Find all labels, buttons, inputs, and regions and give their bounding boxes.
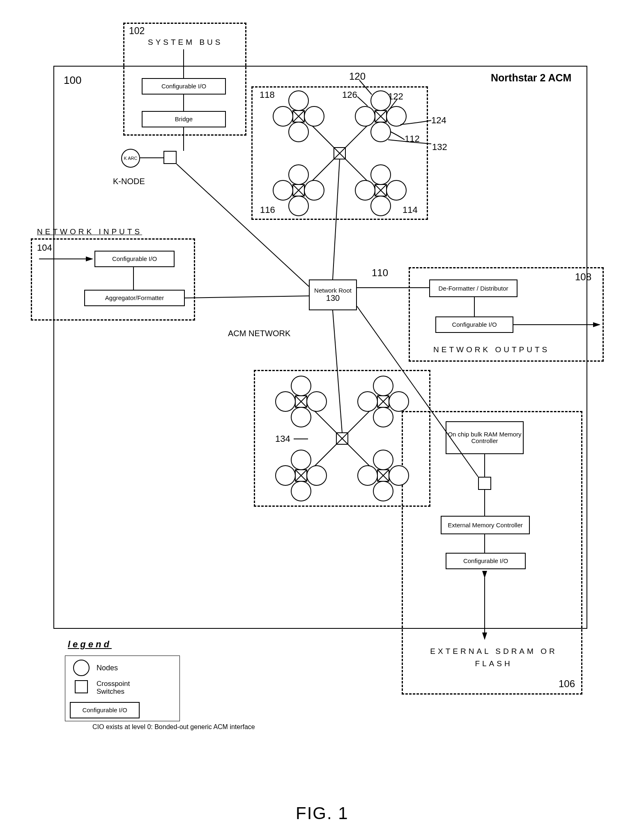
k-node-switch [163, 151, 177, 164]
ref-102: 102 [129, 25, 145, 37]
legend-cio-text: Configurable I/O [82, 707, 127, 713]
legend-title: legend [68, 639, 112, 650]
label-acm-network: ACM NETWORK [228, 329, 290, 338]
text-onchip-ram: On chip bulk RAM Memory Controller [446, 431, 523, 444]
label-system-bus: SYSTEM BUS [148, 38, 223, 47]
ref-108: 108 [575, 271, 591, 283]
title-northstar: Northstar 2 ACM [491, 72, 571, 84]
ref-110: 110 [372, 267, 388, 279]
box-ext-mem: External Memory Controller [441, 516, 530, 534]
legend-cio-box: Configurable I/O [70, 702, 140, 718]
ref-122: 122 [388, 91, 403, 102]
ref-112: 112 [405, 134, 420, 144]
ref-106: 106 [559, 678, 575, 690]
box-configurable-io-3: Configurable I/O [435, 316, 513, 333]
k-arc-node: K ARC [121, 149, 140, 168]
cluster-top [251, 86, 428, 220]
label-ext-sdram: EXTERNAL SDRAM OR FLASH [412, 645, 576, 670]
legend-crosspoint: Crosspoint Switches [97, 680, 150, 695]
box-configurable-io-2: Configurable I/O [94, 251, 175, 267]
text-cio-1: Configurable I/O [161, 83, 206, 90]
label-k-node: K-NODE [113, 177, 145, 186]
legend-circle [73, 660, 90, 676]
box-onchip-ram: On chip bulk RAM Memory Controller [446, 421, 524, 454]
text-aggregator: Aggregator/Formatter [105, 295, 164, 301]
ref-130-inline: 130 [326, 294, 340, 302]
ref-104: 104 [37, 242, 52, 253]
box-network-root: Network Root 130 [309, 279, 357, 310]
label-network-inputs: NETWORK INPUTS [37, 227, 142, 236]
text-network-root: Network Root [314, 287, 352, 294]
diagram-canvas: Northstar 2 ACM 100 102 SYSTEM BUS Confi… [0, 0, 644, 838]
mem-switch [478, 477, 491, 490]
text-cio-2: Configurable I/O [112, 256, 157, 262]
text-ext-mem: External Memory Controller [448, 522, 523, 529]
box-configurable-io-1: Configurable I/O [142, 78, 226, 95]
ref-132: 132 [432, 142, 447, 152]
text-cio-3: Configurable I/O [452, 321, 497, 328]
legend-square [75, 680, 88, 693]
ref-120: 120 [349, 71, 366, 82]
box-configurable-io-4: Configurable I/O [446, 553, 526, 569]
label-network-outputs: NETWORK OUTPUTS [433, 345, 550, 354]
legend-cio-note: CIO exists at level 0: Bonded-out generi… [92, 723, 255, 731]
figure-label: FIG. 1 [296, 803, 349, 823]
box-deformatter: De-Formatter / Distributor [429, 279, 518, 297]
ref-114: 114 [402, 205, 418, 215]
ref-118: 118 [260, 90, 275, 100]
legend-nodes: Nodes [97, 664, 118, 672]
text-deformatter: De-Formatter / Distributor [438, 285, 508, 292]
ref-116: 116 [260, 205, 275, 215]
box-bridge: Bridge [142, 111, 226, 127]
ref-134: 134 [275, 434, 290, 444]
text-bridge: Bridge [175, 116, 193, 122]
ref-100: 100 [64, 74, 81, 87]
text-k-arc: K ARC [124, 156, 137, 161]
text-cio-4: Configurable I/O [463, 558, 508, 564]
box-aggregator: Aggregator/Formatter [84, 290, 185, 306]
ref-124: 124 [431, 115, 446, 126]
ref-126: 126 [342, 90, 357, 100]
